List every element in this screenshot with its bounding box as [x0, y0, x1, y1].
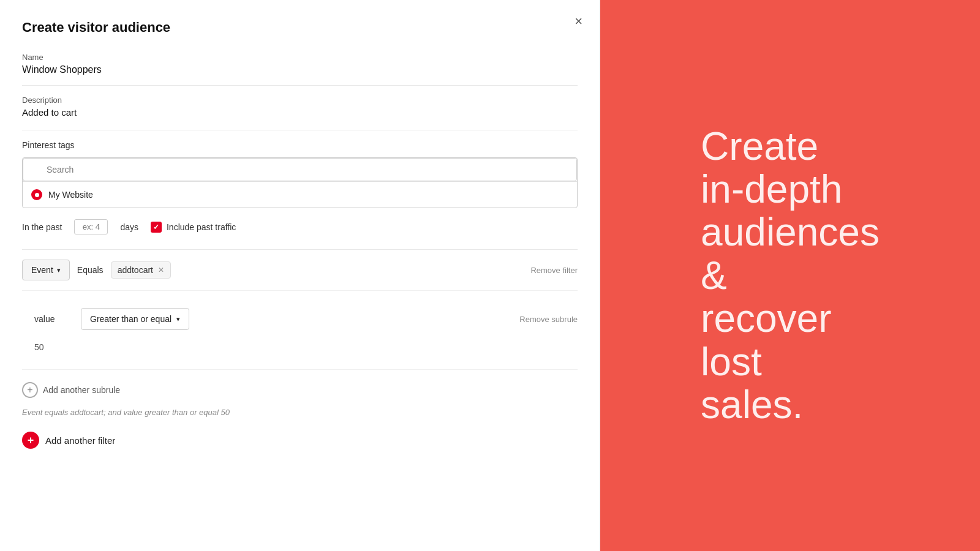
modal-title: Create visitor audience: [22, 20, 578, 36]
description-section: Description Added to cart: [22, 96, 578, 118]
right-panel: Create in-depth audiences & recover lost…: [600, 0, 980, 551]
tag-chip-value: addtocart: [118, 265, 153, 275]
remove-filter-button[interactable]: Remove filter: [530, 266, 578, 275]
subrule-value-label: value: [34, 314, 71, 324]
pinterest-tags-label: Pinterest tags: [22, 140, 578, 150]
name-label: Name: [22, 53, 578, 62]
divider-3: [22, 249, 578, 250]
right-text-line6: lost: [701, 340, 762, 384]
description-value: Added to cart: [22, 107, 578, 118]
right-text-line3: audiences: [701, 210, 880, 254]
subrule-number-value: 50: [34, 340, 578, 354]
add-subrule-icon: +: [22, 382, 38, 398]
right-panel-text: Create in-depth audiences & recover lost…: [701, 125, 880, 427]
tag-chip: addtocart ✕: [111, 261, 171, 279]
name-section: Name Window Shoppers: [22, 53, 578, 75]
remove-subrule-button[interactable]: Remove subrule: [519, 315, 578, 324]
add-subrule-label: Add another subrule: [43, 385, 120, 395]
right-text-line2: in-depth: [701, 167, 842, 211]
event-label: Event: [31, 265, 53, 275]
include-past-label: Include past traffic: [167, 222, 236, 232]
equals-label: Equals: [77, 265, 104, 275]
search-wrapper: 🔍: [23, 158, 577, 181]
subrule-row: value Greater than or equal ▾ Remove sub…: [34, 308, 578, 330]
add-filter-row[interactable]: + Add another filter: [22, 432, 578, 449]
filter-row: Event ▾ Equals addtocart ✕ Remove filter: [22, 260, 578, 291]
radio-inner: [35, 193, 39, 197]
right-text-line4: &: [701, 253, 727, 298]
close-button[interactable]: ×: [575, 15, 582, 28]
name-value: Window Shoppers: [22, 64, 578, 75]
days-input[interactable]: [74, 219, 108, 234]
event-chevron-icon: ▾: [57, 266, 61, 274]
checkbox-checked: ✓: [151, 222, 162, 233]
operator-label: Greater than or equal: [90, 314, 172, 324]
value-input-row: 50: [34, 340, 578, 354]
days-suffix: days: [120, 222, 138, 232]
event-button[interactable]: Event ▾: [22, 260, 70, 280]
search-input[interactable]: [23, 158, 577, 181]
operator-chevron-icon: ▾: [176, 315, 180, 323]
include-past-checkbox[interactable]: ✓ Include past traffic: [151, 222, 236, 233]
radio-selected: [31, 189, 42, 200]
tags-search-row: 🔍: [23, 158, 577, 182]
tags-box: 🔍 My Website: [22, 157, 578, 208]
filter-summary: Event equals addtocart; and value greate…: [22, 408, 578, 417]
add-filter-icon: +: [22, 432, 39, 449]
description-label: Description: [22, 96, 578, 105]
divider-2: [22, 130, 578, 130]
tag-option-row[interactable]: My Website: [23, 182, 577, 208]
add-filter-label: Add another filter: [45, 435, 115, 446]
operator-dropdown[interactable]: Greater than or equal ▾: [81, 308, 189, 330]
tag-option-label: My Website: [48, 190, 93, 200]
add-subrule-row[interactable]: + Add another subrule: [22, 375, 578, 398]
subrule-section: value Greater than or equal ▾ Remove sub…: [22, 298, 578, 370]
past-row: In the past days ✓ Include past traffic: [22, 219, 578, 234]
right-text-line1: Create: [701, 124, 818, 168]
checkmark-icon: ✓: [153, 223, 159, 231]
right-text-line5: recover: [701, 296, 831, 340]
divider-1: [22, 85, 578, 86]
past-prefix: In the past: [22, 222, 62, 232]
right-text-line7: sales.: [701, 383, 803, 427]
tag-chip-remove-icon[interactable]: ✕: [158, 266, 164, 274]
modal-panel: Create visitor audience × Name Window Sh…: [0, 0, 600, 551]
